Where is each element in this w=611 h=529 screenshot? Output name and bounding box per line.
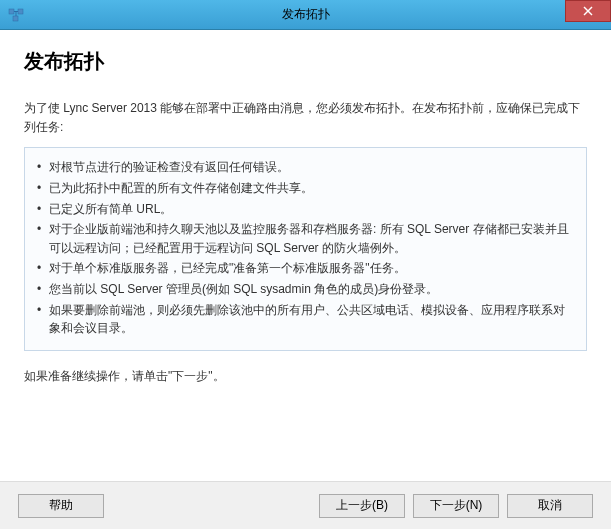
intro-text: 为了使 Lync Server 2013 能够在部署中正确路由消息，您必须发布拓… xyxy=(24,99,587,137)
window-title: 发布拓扑 xyxy=(282,6,330,23)
list-item: 对根节点进行的验证检查没有返回任何错误。 xyxy=(35,158,572,177)
content-area: 发布拓扑 为了使 Lync Server 2013 能够在部署中正确路由消息，您… xyxy=(0,30,611,481)
help-button[interactable]: 帮助 xyxy=(18,494,104,518)
continue-text: 如果准备继续操作，请单击"下一步"。 xyxy=(24,367,587,386)
checklist: 对根节点进行的验证检查没有返回任何错误。 已为此拓扑中配置的所有文件存储创建文件… xyxy=(35,158,572,337)
back-button[interactable]: 上一步(B) xyxy=(319,494,405,518)
svg-rect-2 xyxy=(13,16,18,21)
list-item: 已为此拓扑中配置的所有文件存储创建文件共享。 xyxy=(35,179,572,198)
close-button[interactable] xyxy=(565,0,611,22)
svg-rect-0 xyxy=(9,9,14,14)
next-button[interactable]: 下一步(N) xyxy=(413,494,499,518)
svg-rect-1 xyxy=(18,9,23,14)
cancel-button[interactable]: 取消 xyxy=(507,494,593,518)
list-item: 已定义所有简单 URL。 xyxy=(35,200,572,219)
button-bar: 帮助 上一步(B) 下一步(N) 取消 xyxy=(0,481,611,529)
checklist-box: 对根节点进行的验证检查没有返回任何错误。 已为此拓扑中配置的所有文件存储创建文件… xyxy=(24,147,587,350)
list-item: 您当前以 SQL Server 管理员(例如 SQL sysadmin 角色的成… xyxy=(35,280,572,299)
page-title: 发布拓扑 xyxy=(24,48,587,75)
close-icon xyxy=(583,6,593,16)
list-item: 对于单个标准版服务器，已经完成"准备第一个标准版服务器"任务。 xyxy=(35,259,572,278)
list-item: 对于企业版前端池和持久聊天池以及监控服务器和存档服务器: 所有 SQL Serv… xyxy=(35,220,572,257)
list-item: 如果要删除前端池，则必须先删除该池中的所有用户、公共区域电话、模拟设备、应用程序… xyxy=(35,301,572,338)
titlebar: 发布拓扑 xyxy=(0,0,611,30)
app-icon xyxy=(8,7,24,23)
